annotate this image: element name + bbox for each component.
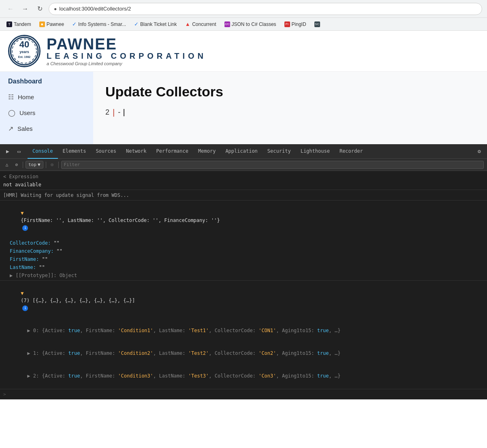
settings-icon[interactable]: ⚙ [475, 147, 484, 156]
tab-memory[interactable]: Memory [193, 144, 220, 159]
forward-button[interactable]: → [19, 3, 31, 15]
sidebar-item-sales[interactable]: ↗ Sales [0, 121, 93, 137]
sales-icon: ↗ [8, 125, 13, 132]
sc-icon: SC [314, 21, 320, 27]
tab-network[interactable]: Network [121, 144, 152, 159]
checkmark-icon: ✓ [72, 21, 77, 27]
checkmark-icon: ✓ [134, 21, 139, 27]
toolbar-separator-3 [58, 162, 59, 168]
array-info-badge: i [22, 305, 28, 311]
bookmark-label: PingID [292, 21, 306, 27]
pawnee-bookmark-icon: ■ [39, 21, 45, 27]
console-output: < Expression not available [HMR] Waiting… [0, 171, 487, 389]
block-icon[interactable]: ⊘ [13, 161, 20, 169]
array-row-1[interactable]: ▶ 1: {Active: true, FirstName: 'Conditio… [0, 342, 487, 365]
bookmark-label: Concurrent [192, 21, 216, 27]
logo-leasing-text: LEASING CORPORATION [47, 52, 207, 60]
bookmark-label: Info Systems - Smar... [78, 21, 126, 27]
logo-text-block: PAWNEE LEASING CORPORATION a Chesswood G… [47, 36, 207, 66]
bookmark-label: Pawnee [47, 21, 64, 27]
array-summary-line[interactable]: ▼ (7) [{…}, {…}, {…}, {…}, {…}, {…}, {…}… [0, 280, 487, 319]
tab-security[interactable]: Security [263, 144, 296, 159]
array-row-0[interactable]: ▶ 0: {Active: true, FirstName: 'Conditio… [0, 319, 487, 342]
device-icon[interactable]: ▭ [15, 147, 23, 156]
clear-console-icon[interactable]: △ [3, 161, 11, 169]
logo-tagline: a Chesswood Group Limited company [47, 61, 207, 66]
logo-svg: 40 years Est. 1982 [9, 36, 39, 66]
tab-lighthouse[interactable]: Lighthouse [296, 144, 335, 159]
last-name-line: LastName: "" [0, 263, 487, 271]
pingid-icon: Pr [284, 21, 290, 27]
bookmark-tandem[interactable]: T Tandem [3, 20, 34, 28]
concurrent-icon: ▲ [185, 21, 190, 27]
bookmark-sc[interactable]: SC [311, 20, 323, 28]
bookmark-label: Blank Ticket Link [140, 21, 177, 27]
logo-pawnee-text: PAWNEE [47, 36, 207, 52]
bookmark-j2c[interactable]: J2C JSON to C# Classes [221, 20, 280, 28]
prototype-object-line[interactable]: ▶ [[Prototype]]: Object [0, 271, 487, 279]
home-icon: ☷ [8, 93, 14, 101]
tandem-icon: T [6, 21, 12, 27]
id-value: 2 [105, 108, 109, 117]
object-summary-line[interactable]: ▼ {FirstName: '', LastName: '', Collecto… [0, 200, 487, 239]
logo-circle: 40 years Est. 1982 [8, 35, 41, 67]
object-triangle: ▼ [21, 210, 23, 216]
object-summary-text: {FirstName: '', LastName: '', CollectorC… [21, 218, 220, 223]
app-container: 40 years Est. 1982 PAWNEE LEASING CORPOR… [0, 31, 487, 144]
back-button[interactable]: ← [5, 3, 16, 15]
refresh-button[interactable]: ↻ [34, 3, 45, 15]
filter-input[interactable] [61, 161, 484, 169]
bookmark-pingid[interactable]: Pr PingID [281, 20, 310, 28]
user-icon: ◯ [8, 109, 15, 117]
bookmark-label: Tandem [14, 21, 31, 27]
page-title: Update Collectors [105, 84, 475, 100]
tab-elements[interactable]: Elements [58, 144, 91, 159]
expression-label: < Expression [0, 173, 487, 181]
array-row-2[interactable]: ▶ 2: {Active: true, FirstName: 'Conditio… [0, 365, 487, 387]
id-bar: 2 | - [105, 108, 475, 117]
tab-console[interactable]: Console [28, 144, 58, 159]
sidebar-item-label: Sales [17, 125, 33, 132]
sidebar-item-home[interactable]: ☷ Home [0, 89, 93, 105]
hmr-message: [HMR] Waiting for update signal from WDS… [0, 190, 487, 199]
bookmark-concurrent[interactable]: ▲ Concurrent [182, 20, 219, 28]
browser-toolbar: ← → ↻ ● localhost:3000/editCollectors/2 [0, 0, 487, 18]
devtools-panel: ▶ ▭ Console Elements Sources Network Per… [0, 144, 487, 399]
bookmark-label: JSON to C# Classes [232, 21, 276, 27]
header-logo: 40 years Est. 1982 PAWNEE LEASING CORPOR… [8, 35, 479, 67]
context-selector[interactable]: top ▼ [26, 161, 43, 169]
not-available-text: not available [0, 181, 487, 189]
toolbar-separator-2 [46, 162, 46, 168]
array-triangle: ▼ [21, 290, 23, 296]
lock-icon: ● [54, 6, 57, 12]
bookmarks-bar: T Tandem ■ Pawnee ✓ Info Systems - Smar.… [0, 18, 487, 31]
tab-recorder[interactable]: Recorder [335, 144, 368, 159]
bookmark-blank-ticket[interactable]: ✓ Blank Ticket Link [131, 20, 180, 28]
bookmark-info-systems[interactable]: ✓ Info Systems - Smar... [69, 20, 129, 28]
tab-performance[interactable]: Performance [152, 144, 193, 159]
url-text: localhost:3000/editCollectors/2 [59, 6, 131, 12]
main-content: Update Collectors 2 | - [93, 72, 487, 144]
sidebar: Dashboard ☷ Home ◯ Users ↗ Sales [0, 72, 93, 144]
sidebar-title: Dashboard [0, 78, 93, 89]
id-cursor [124, 109, 124, 116]
app-body: Dashboard ☷ Home ◯ Users ↗ Sales Update … [0, 72, 487, 144]
devtools-toolbar: △ ⊘ top ▼ ☉ [0, 159, 487, 171]
inspect-icon[interactable]: ▶ [3, 147, 12, 156]
j2c-icon: J2C [224, 21, 230, 27]
context-label: top [28, 162, 36, 167]
svg-text:Est. 1982: Est. 1982 [18, 55, 30, 58]
bookmark-pawnee[interactable]: ■ Pawnee [36, 20, 67, 28]
collector-code-line: CollectorCode: "" [0, 239, 487, 247]
prompt-icon: > [3, 392, 6, 397]
eye-icon[interactable]: ☉ [49, 161, 56, 169]
tab-sources[interactable]: Sources [91, 144, 121, 159]
tab-application[interactable]: Application [220, 144, 262, 159]
sidebar-item-users[interactable]: ◯ Users [0, 105, 93, 121]
svg-text:40: 40 [19, 39, 29, 49]
svg-text:years: years [19, 50, 29, 54]
id-dash: - [118, 108, 120, 117]
dropdown-arrow-icon: ▼ [38, 162, 41, 167]
address-bar[interactable]: ● localhost:3000/editCollectors/2 [49, 3, 482, 15]
devtools-icon-group: ▶ ▭ [3, 147, 23, 156]
